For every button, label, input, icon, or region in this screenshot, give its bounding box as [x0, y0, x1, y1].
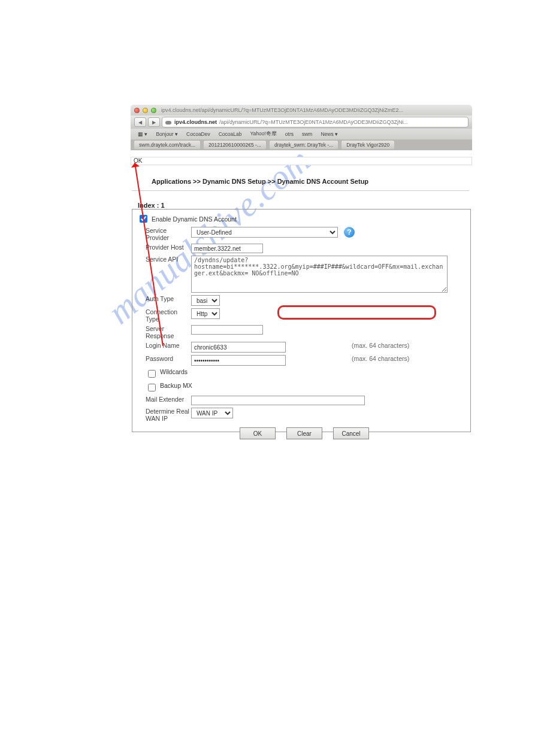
- close-icon[interactable]: [134, 108, 140, 113]
- bookmark-bar: ▦ ▾ Bonjour ▾ CocoaDev CocoaLab Yahoo!奇摩…: [131, 129, 472, 139]
- wildcards-label: Wildcards: [160, 368, 188, 375]
- password-hint: (max. 64 characters): [352, 355, 409, 362]
- login-name-label: Login Name: [137, 342, 191, 349]
- provider-host-input[interactable]: [191, 244, 263, 253]
- bookmark-item[interactable]: otrs: [282, 130, 297, 138]
- bookmark-item[interactable]: swm: [298, 130, 316, 138]
- service-api-label: Service API: [137, 256, 191, 263]
- browser-window: ipv4.cloudns.net/api/dynamicURL/?q=MTUzM…: [131, 105, 472, 150]
- service-provider-select[interactable]: User-Defined: [191, 227, 338, 238]
- connection-type-label: Connection Type: [137, 308, 191, 323]
- connection-type-select[interactable]: Http: [191, 308, 220, 319]
- divider: [132, 190, 469, 191]
- tab[interactable]: swm.draytek.com/track...: [134, 141, 200, 149]
- bookmark-item[interactable]: CocoaLab: [215, 130, 246, 138]
- window-title: ipv4.cloudns.net/api/dynamicURL/?q=MTUzM…: [161, 107, 403, 113]
- bookmark-item[interactable]: ▦ ▾: [134, 130, 151, 138]
- tab[interactable]: 20121206100002€5 -...: [204, 141, 266, 149]
- wildcards-checkbox[interactable]: [148, 370, 156, 378]
- login-hint: (max. 64 characters): [352, 342, 409, 349]
- cancel-button[interactable]: Cancel: [333, 427, 369, 439]
- url-bar[interactable]: ipv4.cloudns.net /api/dynamicURL/?q=MTUz…: [162, 117, 468, 127]
- index-header: Index : 1: [138, 202, 165, 209]
- url-host: ipv4.cloudns.net: [174, 119, 217, 125]
- determine-wan-label: Determine Real WAN IP: [137, 408, 191, 422]
- enable-checkbox[interactable]: [140, 215, 147, 223]
- action-buttons: OK Clear Cancel: [240, 427, 369, 439]
- login-name-input[interactable]: [191, 342, 286, 353]
- tab[interactable]: draytek_swm: DrayTek -...: [270, 141, 338, 149]
- cloud-icon: [165, 119, 172, 125]
- backup-mx-label: Backup MX: [160, 382, 192, 389]
- mail-extender-label: Mail Extender: [137, 396, 191, 403]
- forward-button[interactable]: [148, 117, 160, 127]
- address-row: ipv4.cloudns.net /api/dynamicURL/?q=MTUz…: [131, 116, 472, 129]
- enable-label: Enable Dynamic DNS Account: [152, 215, 237, 223]
- backup-mx-checkbox[interactable]: [148, 384, 156, 391]
- bookmark-item[interactable]: CocoaDev: [183, 130, 214, 138]
- help-icon[interactable]: ?: [344, 227, 355, 238]
- page-response: OK: [131, 157, 472, 165]
- ok-button[interactable]: OK: [240, 427, 276, 439]
- ddns-form-panel: Enable Dynamic DNS Account Service Provi…: [132, 209, 471, 432]
- bookmark-item[interactable]: Yahoo!奇摩: [247, 130, 280, 138]
- breadcrumb: Applications >> Dynamic DNS Setup >> Dyn…: [152, 178, 368, 185]
- bookmark-item[interactable]: Bonjour ▾: [152, 130, 182, 138]
- server-response-input[interactable]: [191, 325, 263, 335]
- tab[interactable]: DrayTek Vigor2920: [341, 141, 394, 149]
- service-provider-label: Service Provider: [137, 227, 191, 241]
- clear-button[interactable]: Clear: [286, 427, 322, 439]
- browser-titlebar: ipv4.cloudns.net/api/dynamicURL/?q=MTUzM…: [131, 105, 472, 116]
- provider-host-label: Provider Host: [137, 244, 191, 251]
- password-label: Password: [137, 355, 191, 362]
- mail-extender-input[interactable]: [191, 396, 365, 405]
- determine-wan-select[interactable]: WAN IP: [191, 408, 233, 418]
- zoom-icon[interactable]: [151, 108, 156, 113]
- back-button[interactable]: [134, 117, 146, 127]
- tab-bar: swm.draytek.com/track... 20121206100002€…: [131, 139, 472, 150]
- auth-type-select[interactable]: basic: [191, 295, 220, 306]
- service-api-textarea[interactable]: /dyndns/update? hostname=bi*******.3322.…: [191, 256, 448, 293]
- server-response-label: Server Response: [137, 325, 191, 339]
- minimize-icon[interactable]: [143, 108, 148, 113]
- bookmark-item[interactable]: News ▾: [317, 130, 341, 138]
- traffic-lights: [134, 108, 156, 113]
- url-path: /api/dynamicURL/?q=MTUzMTE3OjE0NTA1MzA6M…: [219, 119, 408, 125]
- auth-type-label: Auth Type: [137, 295, 191, 302]
- password-input[interactable]: [191, 355, 286, 366]
